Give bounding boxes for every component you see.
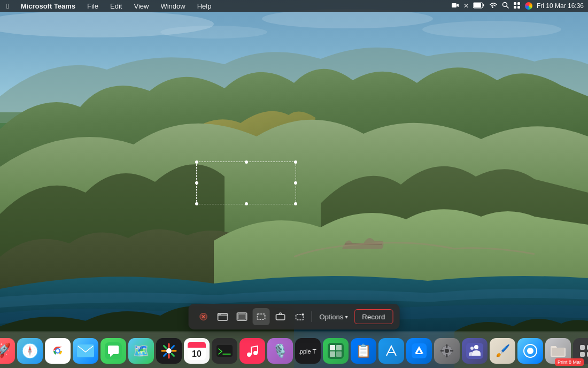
file-menu[interactable]: File [85, 2, 100, 10]
svg-rect-6 [452, 3, 457, 7]
handle-bm[interactable] [245, 202, 248, 205]
svg-rect-59 [336, 351, 342, 357]
menubar:  Microsoft Teams File Edit View Window … [0, 0, 588, 12]
handle-tr[interactable] [294, 160, 297, 164]
handle-tl[interactable] [195, 160, 198, 164]
dock-music[interactable] [239, 338, 265, 364]
window-menu[interactable]: Window [158, 2, 187, 10]
dock-podcasts[interactable]: 🎙️ [267, 338, 293, 364]
svg-point-64 [445, 349, 449, 353]
siri-icon[interactable] [525, 2, 532, 10]
dock-system-prefs[interactable] [434, 338, 460, 364]
handle-tm[interactable] [245, 160, 248, 164]
dock: 🚀 🗺️ [0, 332, 588, 368]
svg-point-52 [247, 352, 251, 357]
svg-rect-14 [514, 6, 516, 9]
svg-rect-9 [483, 4, 484, 6]
svg-rect-58 [330, 351, 335, 357]
svg-point-3 [422, 21, 561, 38]
svg-rect-26 [276, 315, 285, 320]
svg-point-41 [56, 349, 59, 352]
svg-rect-8 [474, 3, 481, 7]
options-label: Options [320, 313, 344, 321]
svg-rect-61 [412, 343, 427, 358]
printscreen-indicator: Print 8 Mar [555, 358, 584, 366]
app-name-menu[interactable]: Microsoft Teams [19, 2, 78, 10]
dock-messages[interactable] [100, 338, 126, 364]
dock-appletv[interactable]: Apple TV [295, 338, 321, 364]
dock-photos[interactable] [156, 338, 182, 364]
svg-rect-74 [580, 345, 585, 350]
capture-locked-button[interactable] [272, 308, 289, 325]
dock-xcode[interactable] [378, 338, 404, 364]
dock-sketchbook[interactable]: 🖌️ [490, 338, 515, 364]
view-menu[interactable]: View [131, 2, 151, 10]
wifi-menubar-icon [489, 2, 498, 10]
svg-rect-76 [580, 352, 585, 357]
battery-menubar-icon [473, 2, 485, 10]
menubar-right: ✕ [452, 2, 584, 11]
edit-menu[interactable]: Edit [108, 2, 124, 10]
apple-menu[interactable]:  [4, 2, 11, 10]
svg-point-73 [527, 348, 533, 354]
options-button[interactable]: Options ▾ [315, 308, 352, 325]
capture-fullscreen-button[interactable] [234, 308, 251, 325]
svg-rect-25 [258, 314, 265, 319]
control-center-icon[interactable] [513, 2, 521, 11]
close-capture-button[interactable] [195, 308, 212, 325]
spotlight-icon[interactable] [502, 2, 509, 10]
svg-text:10: 10 [192, 349, 202, 358]
help-menu[interactable]: Help [195, 2, 214, 10]
svg-point-21 [219, 314, 220, 315]
dock-maps[interactable]: 🗺️ [128, 338, 154, 364]
video-menubar-icon [452, 2, 459, 10]
svg-rect-24 [238, 314, 246, 319]
x-menubar-icon: ✕ [463, 2, 469, 10]
svg-text:Apple TV: Apple TV [299, 348, 316, 355]
svg-point-28 [302, 313, 304, 316]
svg-rect-56 [330, 345, 335, 350]
svg-rect-13 [517, 2, 520, 5]
svg-point-53 [253, 351, 258, 355]
dock-numbers[interactable] [323, 338, 349, 364]
toolbar-divider [312, 311, 312, 322]
dock-mail[interactable] [73, 338, 98, 364]
dock-safari[interactable] [17, 338, 43, 364]
svg-point-22 [220, 314, 221, 315]
dock-chrome[interactable] [45, 338, 71, 364]
menubar-left:  Microsoft Teams File Edit View Window … [4, 2, 452, 10]
svg-point-70 [474, 345, 478, 349]
menubar-time: Fri 10 Mar 16:36 [537, 2, 584, 10]
svg-rect-57 [336, 345, 342, 350]
capture-window-button[interactable] [214, 308, 231, 325]
dock-calendar[interactable]: 10 [184, 338, 210, 364]
svg-line-11 [506, 6, 508, 9]
dock-launchpad[interactable]: 🚀 [0, 338, 15, 364]
svg-point-44 [166, 348, 172, 354]
svg-rect-15 [517, 6, 520, 9]
handle-bl[interactable] [195, 202, 198, 205]
svg-rect-47 [188, 344, 206, 348]
dock-teams[interactable] [462, 338, 488, 364]
dock-keynote[interactable]: 📋 [351, 338, 376, 364]
svg-point-4 [160, 26, 267, 39]
svg-rect-12 [514, 2, 516, 5]
screenshot-toolbar: Options ▾ Record [189, 304, 400, 329]
record-label: Record [362, 313, 385, 321]
dock-inthezone[interactable] [517, 338, 543, 364]
svg-rect-49 [216, 345, 233, 357]
options-chevron-icon: ▾ [345, 314, 347, 320]
svg-rect-42 [77, 344, 94, 357]
capture-selection-button[interactable] [253, 308, 270, 325]
svg-point-2 [262, 9, 433, 28]
dock-terminal[interactable] [212, 338, 237, 364]
record-button[interactable]: Record [354, 309, 393, 324]
selection-box [196, 162, 296, 204]
printscreen-label: Print 8 Mar [558, 359, 581, 365]
handle-ml[interactable] [195, 181, 198, 185]
video-capture-button[interactable] [291, 308, 308, 325]
svg-point-71 [470, 347, 474, 350]
handle-br[interactable] [294, 202, 297, 205]
dock-appstore[interactable] [406, 338, 432, 364]
handle-mr[interactable] [294, 181, 297, 185]
